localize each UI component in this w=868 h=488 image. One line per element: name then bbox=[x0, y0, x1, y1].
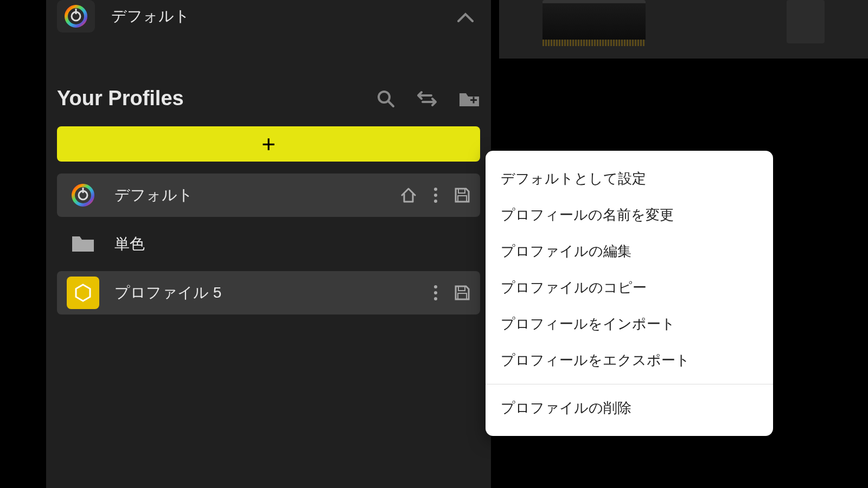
menu-delete[interactable]: プロファイルの削除 bbox=[486, 390, 773, 426]
new-folder-icon[interactable] bbox=[458, 90, 480, 107]
current-profile-icon bbox=[57, 0, 95, 33]
svg-marker-15 bbox=[76, 285, 90, 301]
current-profile-title: デフォルト bbox=[111, 6, 451, 27]
profile-label: 単色 bbox=[114, 234, 470, 254]
sidebar: デフォルト Your Profiles + bbox=[46, 0, 491, 488]
svg-point-11 bbox=[434, 194, 437, 197]
svg-point-18 bbox=[434, 297, 437, 300]
swap-icon[interactable] bbox=[416, 90, 438, 107]
home-icon[interactable] bbox=[400, 187, 417, 204]
svg-point-17 bbox=[434, 291, 437, 294]
svg-point-12 bbox=[434, 200, 437, 203]
more-icon[interactable] bbox=[433, 187, 438, 203]
svg-line-4 bbox=[388, 101, 393, 106]
chevron-up-icon[interactable] bbox=[451, 7, 480, 27]
menu-edit[interactable]: プロファイルの編集 bbox=[486, 233, 773, 269]
profile-item-actions bbox=[433, 285, 470, 301]
context-menu: デフォルトとして設定 プロフィールの名前を変更 プロファイルの編集 プロファイル… bbox=[486, 151, 773, 436]
menu-copy[interactable]: プロファイルのコピー bbox=[486, 269, 773, 306]
svg-rect-20 bbox=[458, 293, 467, 299]
svg-point-16 bbox=[434, 285, 437, 288]
menu-rename[interactable]: プロフィールの名前を変更 bbox=[486, 197, 773, 233]
menu-import[interactable]: プロフィールをインポート bbox=[486, 306, 773, 342]
svg-point-10 bbox=[434, 188, 437, 191]
ram-device-image bbox=[542, 0, 646, 41]
profiles-actions bbox=[376, 89, 480, 108]
rgb-ring-icon bbox=[63, 3, 89, 29]
profile-icon-5 bbox=[67, 277, 99, 309]
menu-export[interactable]: プロフィールをエクスポート bbox=[486, 342, 773, 378]
plus-icon: + bbox=[261, 131, 276, 158]
profiles-header: Your Profiles bbox=[57, 87, 480, 110]
profiles-title: Your Profiles bbox=[57, 87, 184, 110]
device-image-2 bbox=[787, 0, 825, 43]
profile-label: デフォルト bbox=[114, 185, 400, 206]
more-icon[interactable] bbox=[433, 285, 438, 301]
profile-item-default[interactable]: デフォルト bbox=[57, 174, 480, 217]
profile-item-folder[interactable]: 単色 bbox=[57, 222, 480, 266]
add-profile-button[interactable]: + bbox=[57, 126, 480, 162]
rgb-ring-icon bbox=[70, 182, 96, 208]
profile-item-actions bbox=[400, 187, 470, 204]
save-icon[interactable] bbox=[454, 285, 470, 301]
search-icon[interactable] bbox=[376, 89, 395, 108]
menu-separator bbox=[486, 384, 773, 384]
profile-icon-default bbox=[67, 179, 99, 211]
folder-icon bbox=[67, 228, 99, 260]
menu-set-default[interactable]: デフォルトとして設定 bbox=[486, 160, 773, 197]
save-icon[interactable] bbox=[454, 187, 470, 203]
svg-rect-14 bbox=[458, 196, 467, 202]
profile-label: プロファイル 5 bbox=[114, 282, 433, 303]
profile-item-5[interactable]: プロファイル 5 bbox=[57, 271, 480, 314]
current-profile-header[interactable]: デフォルト bbox=[57, 0, 480, 49]
svg-rect-6 bbox=[473, 97, 475, 103]
